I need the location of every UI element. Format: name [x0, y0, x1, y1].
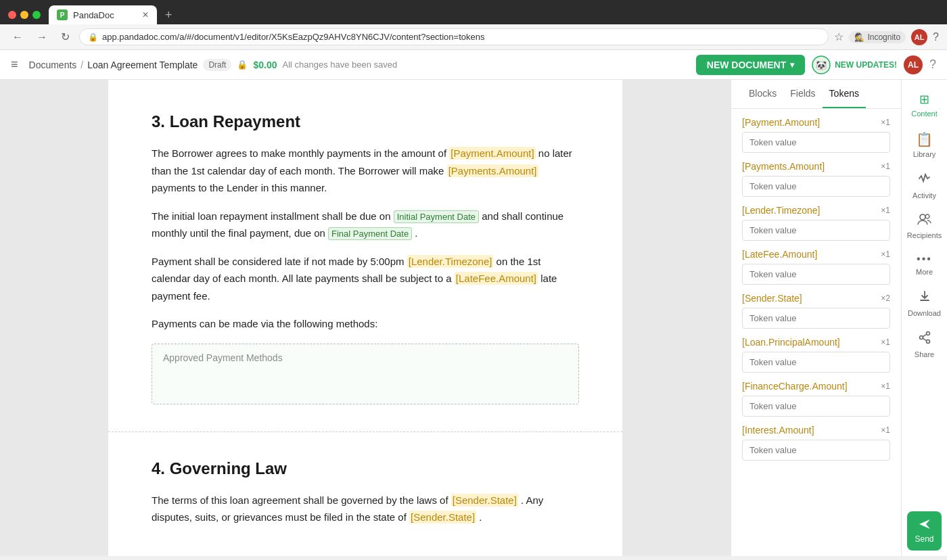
- help-icon[interactable]: ?: [929, 57, 936, 72]
- new-updates-button[interactable]: 🐼 NEW UPDATES!: [812, 55, 897, 74]
- traffic-light-green[interactable]: [32, 11, 41, 19]
- token-payment-amount-1[interactable]: [Payment.Amount]: [449, 147, 535, 160]
- rail-download[interactable]: Download: [902, 283, 947, 324]
- paragraph-3: Payment shall be considered late if not …: [152, 253, 579, 305]
- svg-text:🐼: 🐼: [816, 60, 827, 71]
- paragraph-4: The terms of this loan agreement shall b…: [152, 492, 579, 526]
- panel-tabs: Blocks Fields Tokens: [731, 80, 901, 109]
- payment-methods-label: Payments can be made via the following m…: [152, 315, 579, 333]
- section3-heading: 3. Loan Repayment: [152, 112, 579, 131]
- address-bar[interactable]: 🔒 app.pandadoc.com/a/#/document/v1/edito…: [79, 28, 829, 45]
- breadcrumb-documents[interactable]: Documents: [29, 60, 77, 70]
- token-input-0[interactable]: [742, 132, 890, 153]
- tab-close-button[interactable]: ✕: [142, 10, 149, 20]
- rail-content[interactable]: ⊞ Content: [902, 85, 947, 124]
- svg-point-4: [926, 332, 929, 335]
- tokens-panel: Blocks Fields Tokens [Payment.Amount] ×1…: [731, 80, 901, 556]
- token-latefee-amount[interactable]: [LateFee.Amount]: [455, 272, 538, 285]
- token-item: [Lender.Timezone] ×1: [742, 205, 890, 241]
- breadcrumb-doc-title: Loan Agreement Template: [87, 60, 198, 70]
- token-lender-timezone[interactable]: [Lender.Timezone]: [407, 255, 494, 268]
- right-sidebar: Blocks Fields Tokens [Payment.Amount] ×1…: [731, 80, 947, 556]
- library-icon: 📋: [916, 131, 933, 147]
- token-item: [Interest.Amount] ×1: [742, 425, 890, 461]
- token-count-6: ×1: [881, 381, 890, 391]
- svg-line-8: [923, 338, 927, 341]
- hamburger-menu[interactable]: ≡: [11, 57, 18, 72]
- svg-point-3: [925, 214, 929, 218]
- token-item: [Payment.Amount] ×1: [742, 117, 890, 153]
- payment-methods-box[interactable]: Approved Payment Methods: [152, 344, 579, 404]
- token-header-5: [Loan.PrincipalAmount] ×1: [742, 337, 890, 348]
- content-icon: ⊞: [919, 92, 929, 107]
- traffic-light-red[interactable]: [8, 11, 16, 19]
- traffic-light-yellow[interactable]: [20, 11, 28, 19]
- rail-recipients[interactable]: Recipients: [902, 206, 947, 246]
- back-button[interactable]: ←: [8, 30, 27, 45]
- tokens-list: [Payment.Amount] ×1 [Payments.Amount] ×1…: [731, 109, 901, 469]
- token-sender-state-2[interactable]: [Sender.State]: [409, 511, 476, 523]
- token-item: [Loan.PrincipalAmount] ×1: [742, 337, 890, 373]
- token-header-6: [FinanceCharge.Amount] ×1: [742, 381, 890, 392]
- doc-price: $0.00: [253, 60, 277, 70]
- token-input-2[interactable]: [742, 220, 890, 241]
- token-name-7: [Interest.Amount]: [742, 425, 814, 436]
- browser-avatar[interactable]: AL: [911, 29, 927, 45]
- token-final-payment-date[interactable]: Final Payment Date: [328, 227, 412, 240]
- token-name-1: [Payments.Amount]: [742, 161, 825, 172]
- tab-tokens[interactable]: Tokens: [823, 80, 866, 108]
- token-name-0: [Payment.Amount]: [742, 117, 820, 128]
- svg-line-7: [923, 334, 927, 337]
- token-initial-payment-date[interactable]: Initial Payment Date: [394, 210, 479, 223]
- paragraph-1: The Borrower agrees to make monthly paym…: [152, 145, 579, 197]
- incognito-icon: 🕵: [854, 32, 864, 42]
- token-input-1[interactable]: [742, 176, 890, 197]
- rail-more[interactable]: ••• More: [902, 246, 947, 283]
- user-avatar[interactable]: AL: [904, 55, 923, 74]
- rail-activity[interactable]: Activity: [902, 165, 947, 206]
- bookmark-icon[interactable]: ☆: [834, 30, 844, 43]
- tab-blocks[interactable]: Blocks: [742, 80, 783, 108]
- download-icon: [918, 289, 931, 306]
- icon-rail: ⊞ Content 📋 Library Activity: [901, 80, 947, 556]
- token-count-0: ×1: [881, 118, 890, 127]
- send-button[interactable]: Send: [907, 511, 942, 551]
- breadcrumb-separator: /: [80, 60, 83, 70]
- doc-saved-status: All changes have been saved: [282, 60, 397, 70]
- send-icon: [918, 518, 931, 532]
- activity-label: Activity: [913, 191, 936, 200]
- token-input-4[interactable]: [742, 308, 890, 329]
- recipients-icon: [917, 213, 932, 229]
- token-name-2: [Lender.Timezone]: [742, 205, 820, 216]
- token-header-4: [Sender.State] ×2: [742, 293, 890, 304]
- library-label: Library: [913, 150, 936, 158]
- recipients-label: Recipients: [907, 231, 942, 239]
- forward-button[interactable]: →: [32, 30, 51, 45]
- token-input-3[interactable]: [742, 264, 890, 285]
- token-payments-amount[interactable]: [Payments.Amount]: [447, 164, 538, 177]
- download-label: Download: [908, 309, 941, 317]
- browser-tab[interactable]: P PandaDoc ✕: [49, 5, 157, 24]
- address-text: app.pandadoc.com/a/#/document/v1/editor/…: [102, 32, 484, 42]
- document-area: 3. Loan Repayment The Borrower agrees to…: [0, 80, 731, 556]
- section-divider: [108, 431, 622, 432]
- browser-help-icon[interactable]: ?: [933, 31, 939, 43]
- refresh-button[interactable]: ↻: [57, 29, 74, 45]
- new-tab-button[interactable]: +: [160, 8, 178, 22]
- token-input-7[interactable]: [742, 440, 890, 461]
- token-input-5[interactable]: [742, 352, 890, 373]
- rail-library[interactable]: 📋 Library: [902, 124, 947, 165]
- paragraph-2: The initial loan repayment installment s…: [152, 208, 579, 242]
- token-sender-state-1[interactable]: [Sender.State]: [451, 494, 518, 507]
- token-name-3: [LateFee.Amount]: [742, 249, 817, 260]
- token-input-6[interactable]: [742, 396, 890, 417]
- payment-methods-placeholder: Approved Payment Methods: [163, 352, 283, 363]
- doc-page: 3. Loan Repayment The Borrower agrees to…: [108, 80, 622, 556]
- doc-lock-icon: 🔒: [237, 60, 248, 70]
- new-document-button[interactable]: NEW DOCUMENT ▾: [696, 55, 805, 75]
- token-name-6: [FinanceCharge.Amount]: [742, 381, 848, 392]
- tab-fields[interactable]: Fields: [783, 80, 822, 108]
- share-label: Share: [915, 350, 934, 358]
- rail-share[interactable]: Share: [902, 324, 947, 365]
- token-item: [Payments.Amount] ×1: [742, 161, 890, 197]
